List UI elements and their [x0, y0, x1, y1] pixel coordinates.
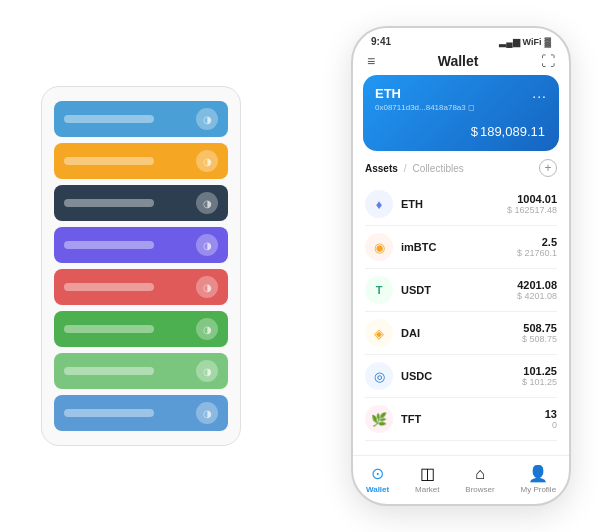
signal-icon: ▂▄▆	[499, 37, 519, 47]
asset-right: 4201.08 $ 4201.08	[517, 279, 557, 301]
list-item[interactable]: ◑	[54, 101, 228, 137]
asset-usd: 0	[545, 420, 557, 430]
browser-nav-icon: ⌂	[475, 465, 485, 483]
asset-usd: $ 4201.08	[517, 291, 557, 301]
table-row[interactable]: ◈ DAI 508.75 $ 508.75	[365, 312, 557, 355]
card-icon: ◑	[196, 276, 218, 298]
list-item[interactable]: ◑	[54, 269, 228, 305]
asset-left: T USDT	[365, 276, 431, 304]
table-row[interactable]: 🌿 TFT 13 0	[365, 398, 557, 441]
card-label-bar	[64, 367, 154, 375]
status-time: 9:41	[371, 36, 391, 47]
asset-name: ETH	[401, 198, 423, 210]
asset-right: 13 0	[545, 408, 557, 430]
asset-name: TFT	[401, 413, 421, 425]
nav-item-wallet[interactable]: ⊙ Wallet	[366, 464, 389, 494]
usdt-icon: T	[365, 276, 393, 304]
asset-usd: $ 508.75	[522, 334, 557, 344]
nav-label-profile: My Profile	[521, 485, 557, 494]
asset-right: 508.75 $ 508.75	[522, 322, 557, 344]
nav-label-wallet: Wallet	[366, 485, 389, 494]
wallet-nav-icon: ⊙	[371, 464, 384, 483]
asset-usd: $ 162517.48	[507, 205, 557, 215]
card-icon: ◑	[196, 192, 218, 214]
scene: ◑ ◑ ◑ ◑ ◑ ◑ ◑ ◑	[11, 11, 591, 521]
add-asset-button[interactable]: +	[539, 159, 557, 177]
asset-name: imBTC	[401, 241, 436, 253]
assets-tabs: Assets / Collectibles	[365, 163, 464, 174]
table-row[interactable]: ♦ ETH 1004.01 $ 162517.48	[365, 183, 557, 226]
profile-nav-icon: 👤	[528, 464, 548, 483]
currency-symbol: $	[471, 124, 478, 139]
card-icon: ◑	[196, 402, 218, 424]
asset-left: ♦ ETH	[365, 190, 423, 218]
tab-assets[interactable]: Assets	[365, 163, 398, 174]
asset-name: DAI	[401, 327, 420, 339]
phone-header: ≡ Wallet ⛶	[353, 49, 569, 75]
card-icon: ◑	[196, 360, 218, 382]
asset-left: 🌿 TFT	[365, 405, 421, 433]
expand-icon[interactable]: ⛶	[541, 53, 555, 69]
list-item[interactable]: ◑	[54, 311, 228, 347]
list-item[interactable]: ◑	[54, 143, 228, 179]
list-item[interactable]: ◑	[54, 227, 228, 263]
card-stack: ◑ ◑ ◑ ◑ ◑ ◑ ◑ ◑	[41, 86, 241, 446]
nav-label-browser: Browser	[465, 485, 494, 494]
asset-usd: $ 101.25	[522, 377, 557, 387]
card-icon: ◑	[196, 234, 218, 256]
asset-right: 1004.01 $ 162517.48	[507, 193, 557, 215]
asset-amount: 4201.08	[517, 279, 557, 291]
card-icon: ◑	[196, 108, 218, 130]
eth-card-title: ETH	[375, 86, 401, 101]
asset-usd: $ 21760.1	[517, 248, 557, 258]
table-row[interactable]: ◎ USDC 101.25 $ 101.25	[365, 355, 557, 398]
nav-label-market: Market	[415, 485, 439, 494]
eth-card-address: 0x08711d3d...8418a78a3 ◻	[375, 103, 547, 112]
tab-divider: /	[404, 163, 407, 174]
eth-card-balance: $189,089.11	[375, 118, 547, 141]
asset-amount: 508.75	[522, 322, 557, 334]
asset-name: USDC	[401, 370, 432, 382]
asset-left: ◉ imBTC	[365, 233, 436, 261]
list-item[interactable]: ◑	[54, 185, 228, 221]
phone-frame: 9:41 ▂▄▆ WiFi ▓ ≡ Wallet ⛶ ETH ... 0x087…	[351, 26, 571, 506]
eth-icon: ♦	[365, 190, 393, 218]
market-nav-icon: ◫	[420, 464, 435, 483]
imbtc-icon: ◉	[365, 233, 393, 261]
asset-amount: 2.5	[517, 236, 557, 248]
nav-item-market[interactable]: ◫ Market	[415, 464, 439, 494]
eth-card[interactable]: ETH ... 0x08711d3d...8418a78a3 ◻ $189,08…	[363, 75, 559, 151]
wifi-icon: WiFi	[523, 37, 542, 47]
status-icons: ▂▄▆ WiFi ▓	[499, 37, 551, 47]
list-item[interactable]: ◑	[54, 395, 228, 431]
eth-card-header: ETH ...	[375, 85, 547, 101]
asset-left: ◎ USDC	[365, 362, 432, 390]
table-row[interactable]: T USDT 4201.08 $ 4201.08	[365, 269, 557, 312]
tft-icon: 🌿	[365, 405, 393, 433]
card-label-bar	[64, 409, 154, 417]
asset-right: 101.25 $ 101.25	[522, 365, 557, 387]
asset-amount: 13	[545, 408, 557, 420]
tab-collectibles[interactable]: Collectibles	[413, 163, 464, 174]
card-label-bar	[64, 199, 154, 207]
card-label-bar	[64, 283, 154, 291]
list-item[interactable]: ◑	[54, 353, 228, 389]
status-bar: 9:41 ▂▄▆ WiFi ▓	[353, 28, 569, 49]
assets-header: Assets / Collectibles +	[353, 159, 569, 183]
eth-card-menu[interactable]: ...	[532, 85, 547, 101]
nav-item-browser[interactable]: ⌂ Browser	[465, 465, 494, 494]
balance-amount: 189,089.11	[480, 124, 545, 139]
table-row[interactable]: ◉ imBTC 2.5 $ 21760.1	[365, 226, 557, 269]
menu-icon[interactable]: ≡	[367, 53, 375, 69]
bottom-nav: ⊙ Wallet ◫ Market ⌂ Browser 👤 My Profile	[353, 455, 569, 504]
card-label-bar	[64, 241, 154, 249]
card-label-bar	[64, 115, 154, 123]
nav-item-profile[interactable]: 👤 My Profile	[521, 464, 557, 494]
battery-icon: ▓	[544, 37, 551, 47]
asset-left: ◈ DAI	[365, 319, 420, 347]
usdc-icon: ◎	[365, 362, 393, 390]
card-icon: ◑	[196, 150, 218, 172]
page-title: Wallet	[438, 53, 479, 69]
asset-list: ♦ ETH 1004.01 $ 162517.48 ◉ imBTC 2.5 $ …	[353, 183, 569, 455]
card-label-bar	[64, 325, 154, 333]
